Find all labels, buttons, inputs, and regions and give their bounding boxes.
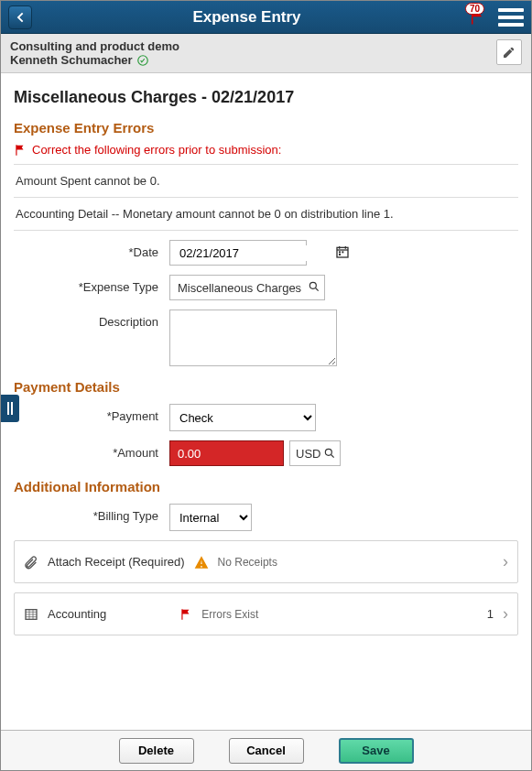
chevron-right-icon: › (503, 604, 508, 624)
error-item: Accounting Detail -- Monetary amount can… (14, 197, 518, 230)
date-label: *Date (14, 240, 169, 259)
svg-rect-2 (339, 251, 341, 253)
warning-icon (194, 555, 209, 570)
report-title: Consulting and product demo (10, 39, 179, 53)
date-input-wrap (169, 240, 307, 266)
receipt-status: No Receipts (218, 556, 277, 569)
cancel-button[interactable]: Cancel (229, 738, 304, 764)
billing-type-select[interactable]: Internal (169, 504, 252, 531)
back-button[interactable] (8, 5, 32, 29)
svg-point-6 (325, 449, 331, 455)
svg-rect-3 (342, 251, 343, 253)
calendar-icon[interactable] (335, 244, 350, 262)
description-textarea[interactable] (169, 309, 337, 366)
svg-rect-4 (339, 254, 341, 255)
payment-heading: Payment Details (14, 379, 518, 395)
pencil-icon (502, 45, 516, 60)
save-button[interactable]: Save (339, 738, 414, 764)
svg-point-5 (309, 282, 316, 288)
description-label: Description (14, 309, 169, 329)
menu-button[interactable] (498, 5, 524, 30)
currency-value: USD (296, 447, 320, 461)
attach-receipt-label: Attach Receipt (Required) (48, 555, 185, 569)
expense-type-label: *Expense Type (14, 275, 169, 294)
page-title: Miscellaneous Charges - 02/21/2017 (14, 88, 518, 107)
accounting-label: Accounting (48, 607, 106, 621)
main-scroll-area[interactable]: Miscellaneous Charges - 02/21/2017 Expen… (1, 73, 531, 730)
employee-name: Kenneth Schumacher (10, 53, 133, 67)
amount-label: *Amount (14, 440, 169, 460)
error-flag-icon (179, 608, 192, 621)
page-header-title: Expense Entry (32, 8, 461, 27)
accounting-count: 1 (487, 607, 494, 621)
chevron-right-icon: › (503, 552, 508, 571)
errors-heading: Expense Entry Errors (14, 120, 518, 136)
side-panel-handle[interactable] (1, 395, 19, 422)
error-flag-icon (14, 144, 27, 157)
notifications-count: 70 (465, 3, 484, 15)
accounting-status: Errors Exist (201, 608, 258, 621)
accounting-icon (24, 607, 38, 622)
search-icon (323, 447, 336, 460)
expense-type-value: Miscellaneous Charges (178, 281, 308, 295)
amount-input[interactable] (169, 440, 284, 466)
payment-select[interactable]: Check (169, 404, 316, 431)
billing-type-label: *Billing Type (14, 504, 169, 523)
currency-lookup[interactable]: USD (289, 440, 341, 466)
additional-heading: Additional Information (14, 479, 518, 494)
errors-intro: Correct the following errors prior to su… (32, 143, 281, 157)
notifications-button[interactable]: 70 (461, 4, 493, 31)
accounting-row[interactable]: Accounting Errors Exist 1 › (14, 592, 518, 635)
expense-type-lookup[interactable]: Miscellaneous Charges (169, 275, 325, 300)
error-item: Amount Spent cannot be 0. (14, 164, 518, 197)
chevron-left-icon (13, 10, 27, 25)
attach-receipt-row[interactable]: Attach Receipt (Required) No Receipts › (14, 540, 518, 583)
payment-label: *Payment (14, 404, 169, 423)
delete-button[interactable]: Delete (119, 738, 194, 764)
refresh-status-icon[interactable] (136, 54, 149, 67)
search-icon[interactable] (308, 280, 320, 296)
paperclip-icon (24, 555, 38, 570)
edit-button[interactable] (496, 39, 522, 65)
date-input[interactable] (178, 245, 335, 261)
